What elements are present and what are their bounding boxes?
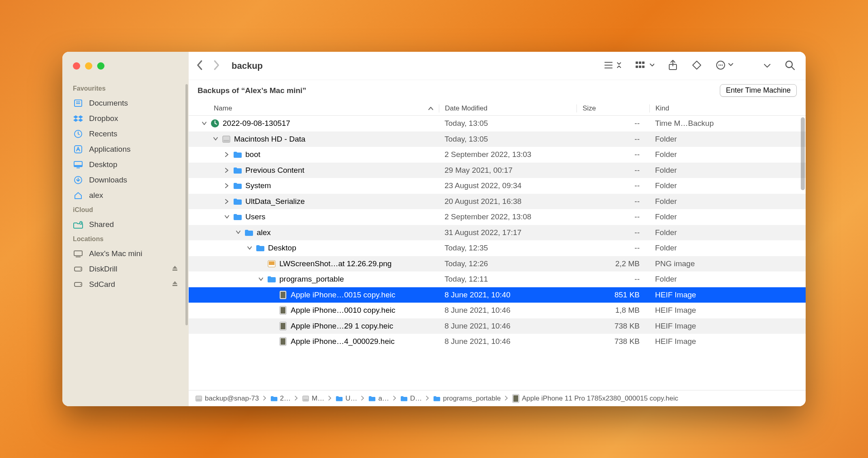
file-size: -- [577,135,649,144]
tm-icon [211,119,219,128]
svg-rect-26 [642,66,645,68]
svg-rect-40 [281,292,285,298]
window-controls [62,62,189,70]
sidebar-item-label: Applications [89,145,130,154]
share-button[interactable] [668,59,678,72]
hd-icon [195,395,202,402]
file-row[interactable]: boot2 September 2022, 13:03--Folder [189,147,806,163]
sidebar-item-documents[interactable]: Documents [62,95,189,111]
column-name[interactable]: Name [198,104,439,112]
sidebar-item-downloads[interactable]: Downloads [62,172,189,188]
folder-icon [233,197,242,206]
sidebar-item-shared[interactable]: Shared [62,217,189,232]
file-list[interactable]: 2022-09-08-130517Today, 13:05--Time M…Ba… [189,116,806,390]
path-bar: backup@snap-732…M…U…a…D…programs_portabl… [189,390,806,406]
file-kind: Folder [649,166,806,175]
heic-icon [279,337,287,346]
file-name: Apple iPhone…0015 copy.heic [291,290,395,299]
eject-icon[interactable] [172,280,178,289]
sidebar-item-recents[interactable]: Recents [62,126,189,142]
file-row[interactable]: Apple iPhone…0015 copy.heic8 June 2021, … [189,287,806,303]
dropdown-button[interactable] [764,62,771,70]
path-segment[interactable]: U… [336,394,357,403]
path-segment[interactable]: backup@snap-73 [195,394,259,403]
file-date: Today, 12:35 [439,244,577,252]
disclosure-icon[interactable] [223,168,230,173]
file-row[interactable]: Users2 September 2022, 13:08--Folder [189,209,806,225]
sidebar-item-applications[interactable]: Applications [62,142,189,157]
file-kind: Folder [649,275,806,284]
eject-icon[interactable] [172,265,178,274]
sidebar-item-macmini[interactable]: Alex's Mac mini [62,246,189,261]
path-segment[interactable]: M… [302,394,324,403]
file-row[interactable]: UltData_Serialize20 August 2021, 16:38--… [189,194,806,210]
svg-rect-6 [74,165,82,167]
file-row[interactable]: programs_portableToday, 12:11--Folder [189,271,806,287]
disclosure-icon[interactable] [246,246,253,250]
sidebar-item-dropbox[interactable]: Dropbox [62,111,189,126]
disclosure-icon[interactable] [201,122,207,125]
group-button[interactable] [636,61,654,71]
path-label: D… [410,394,422,403]
column-date[interactable]: Date Modified [439,104,577,112]
disclosure-icon[interactable] [257,278,264,281]
chevron-right-icon [393,394,396,403]
sidebar-item-alex[interactable]: alex [62,188,189,203]
sidebar-item-label: Shared [89,220,114,229]
file-kind: Folder [649,135,806,144]
path-segment[interactable]: Apple iPhone 11 Pro 1785x2380_000015 cop… [512,394,678,403]
file-row[interactable]: System23 August 2022, 09:34--Folder [189,178,806,194]
file-row[interactable]: Apple iPhone…0010 copy.heic8 June 2021, … [189,303,806,318]
sidebar-item-sdcard[interactable]: SdCard [62,277,189,292]
path-segment[interactable]: a… [368,394,389,403]
scrollbar-thumb[interactable] [801,117,805,190]
back-button[interactable] [196,60,203,72]
disclosure-icon[interactable] [223,152,230,157]
path-segment[interactable]: D… [400,394,422,403]
svg-rect-46 [281,338,285,345]
svg-rect-22 [639,61,641,64]
file-size: -- [577,166,649,175]
minimize-button[interactable] [85,62,92,70]
file-row[interactable]: Apple iPhone…4_000029.heic8 June 2021, 1… [189,334,806,350]
fullscreen-button[interactable] [97,62,104,70]
file-row[interactable]: alex31 August 2022, 17:17--Folder [189,225,806,241]
file-kind: Folder [649,181,806,190]
forward-button[interactable] [213,60,220,72]
file-row[interactable]: 2022-09-08-130517Today, 13:05--Time M…Ba… [189,116,806,131]
close-button[interactable] [73,62,80,70]
file-date: 29 May 2021, 00:17 [439,166,577,175]
path-segment[interactable]: 2… [270,394,291,403]
sidebar-item-desktop[interactable]: Desktop [62,157,189,172]
file-row[interactable]: LWScreenShot…at 12.26.29.pngToday, 12:26… [189,256,806,272]
column-size[interactable]: Size [577,104,649,112]
disclosure-icon[interactable] [223,183,230,188]
chevron-right-icon [426,394,429,403]
disclosure-icon[interactable] [235,231,241,234]
home-icon [73,190,83,201]
file-row[interactable]: Previous Content29 May 2021, 00:17--Fold… [189,163,806,178]
disk-icon [73,279,83,290]
disclosure-icon[interactable] [223,215,230,219]
disclosure-icon[interactable] [212,137,219,141]
main-pane: backup Backups of “Alex’s Mac mini” Ente… [189,52,806,406]
file-row[interactable]: Macintosh HD - DataToday, 13:05--Folder [189,131,806,147]
view-mode-button[interactable] [604,60,622,72]
more-button[interactable] [716,60,734,72]
path-segment[interactable]: programs_portable [433,394,501,403]
sidebar-item-label: DiskDrill [89,265,117,274]
file-size: -- [577,197,649,206]
tag-button[interactable] [691,60,702,72]
file-kind: Folder [649,244,806,252]
app-icon [73,144,83,155]
disclosure-icon[interactable] [223,199,230,204]
file-kind: Folder [649,212,806,221]
folder-icon [433,395,440,402]
search-button[interactable] [785,60,795,72]
file-row[interactable]: DesktopToday, 12:35--Folder [189,240,806,256]
sidebar-item-diskdrill[interactable]: DiskDrill [62,261,189,277]
enter-time-machine-button[interactable]: Enter Time Machine [720,84,797,97]
file-size: 1,8 MB [577,306,649,315]
file-row[interactable]: Apple iPhone…29 1 copy.heic8 June 2021, … [189,318,806,334]
column-kind[interactable]: Kind [649,104,806,112]
